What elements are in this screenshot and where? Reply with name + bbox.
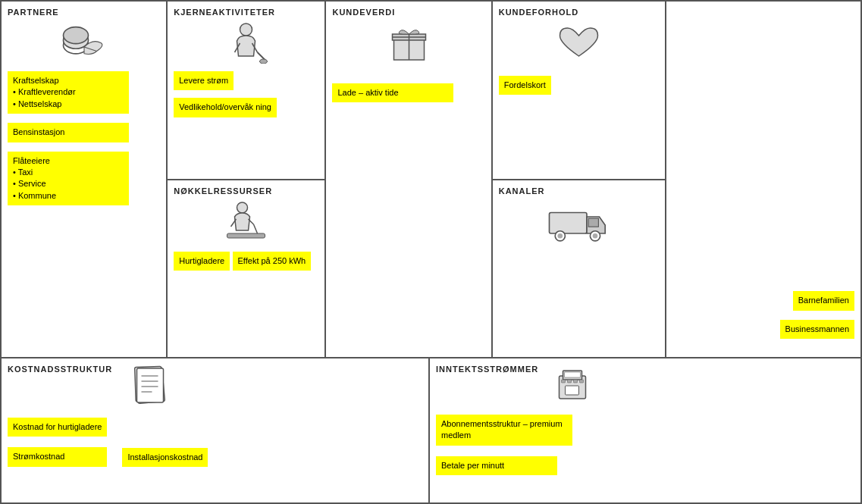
cell-kundeverdi: KUNDEVERDI Lade – aktiv tide	[326, 2, 492, 357]
inntektsstrommer-sticky-1: Abonnementsstruktur – premium medlem	[436, 415, 572, 446]
partnere-title: PARTNERE	[8, 8, 160, 17]
nokkelressurser-icon	[174, 199, 318, 244]
svg-point-20	[558, 233, 563, 239]
kjerneaktiviteter-sticky-2: Vedlikehold/overvåk ning	[174, 98, 277, 117]
kostnadsstruktur-sticky-1: Kostnad for hurtigladere	[8, 418, 107, 437]
cell-nokkelressurser: NØKKELRESSURSER Hurtigladere Effekt på 2	[168, 180, 324, 358]
kundeverdi-title: KUNDEVERDI	[332, 8, 484, 17]
svg-point-2	[63, 27, 88, 43]
kundeverdi-sticky-1: Lade – aktiv tide	[332, 83, 453, 102]
cell-kjerneaktiviteter-nokkel: KJERNEAKTIVITETER Levere strøm Vedlikeho	[168, 2, 326, 357]
top-section: PARTNERE Kraftselskap• Kraftleverendør• …	[2, 2, 860, 358]
kundeforhold-sticky-1: Fordelskort	[499, 76, 551, 95]
kundeforhold-title: KUNDEFORHOLD	[499, 8, 659, 17]
svg-rect-36	[574, 380, 578, 383]
nokkelressurser-sticky-1: Hurtigladere	[174, 252, 230, 271]
kostnadsstruktur-title: KOSTNADSSTRUKTUR	[8, 365, 112, 374]
svg-line-7	[258, 52, 265, 60]
business-model-canvas: PARTNERE Kraftselskap• Kraftleverendør• …	[0, 0, 862, 504]
kundeverdi-icon	[332, 20, 484, 65]
kostnadsstruktur-sticky-2: Strømkostnad	[8, 447, 107, 466]
kundeforhold-icon	[499, 20, 659, 65]
bottom-section: KOSTNADSSTRUKTUR	[2, 358, 860, 502]
svg-rect-38	[565, 372, 581, 377]
kanaler-icon	[499, 199, 659, 244]
svg-rect-37	[580, 380, 584, 383]
partnere-sticky-1: Kraftselskap• Kraftleverendør• Nettselsk…	[8, 71, 129, 114]
kjerneaktiviteter-icon	[174, 20, 318, 65]
partnere-icon	[8, 20, 160, 65]
svg-rect-23	[589, 218, 599, 227]
cell-kostnadsstruktur: KOSTNADSSTRUKTUR	[2, 358, 430, 502]
kjerneaktiviteter-title: KJERNEAKTIVITETER	[174, 8, 318, 17]
cell-kundesegmenter: Barnefamilien Businessmannen	[666, 2, 860, 357]
svg-rect-12	[227, 233, 265, 238]
partnere-sticky-3: Flåteeiere• Taxi• Service• Kommune	[8, 152, 129, 206]
svg-line-13	[254, 224, 258, 233]
svg-rect-35	[568, 380, 572, 383]
svg-point-22	[593, 233, 598, 239]
kjerneaktiviteter-sticky-1: Levere strøm	[174, 71, 234, 90]
cell-inntektsstrommer: INNTEKTSSTRØMMER	[430, 358, 860, 502]
cell-kundeforhold: KUNDEFORHOLD Fordelskort	[493, 2, 665, 180]
nokkelressurser-title: NØKKELRESSURSER	[174, 186, 318, 196]
cell-kjerneaktiviteter: KJERNEAKTIVITETER Levere strøm Vedlikeho	[168, 2, 324, 180]
cell-kundeforhold-kanaler: KUNDEFORHOLD Fordelskort KANALER	[493, 2, 666, 357]
inntektsstrommer-sticky-2: Betale per minutt	[436, 456, 557, 475]
svg-point-4	[240, 23, 252, 36]
cell-partnere: PARTNERE Kraftselskap• Kraftleverendør• …	[2, 2, 168, 357]
nokkelressurser-sticky-2: Effekt på 250 kWh	[233, 252, 312, 271]
kundesegmenter-sticky-2: Businessmannen	[780, 320, 854, 339]
kundesegmenter-sticky-1: Barnefamilien	[793, 291, 854, 310]
partnere-sticky-2: Bensinstasjon	[8, 123, 129, 142]
svg-rect-18	[550, 213, 588, 234]
svg-point-8	[260, 59, 268, 64]
inntektsstrommer-title: INNTEKTSSTRØMMER	[436, 365, 538, 374]
kanaler-title: KANALER	[499, 186, 659, 196]
svg-rect-33	[566, 386, 579, 395]
cell-kanaler: KANALER	[493, 180, 665, 358]
svg-rect-26	[137, 368, 164, 402]
svg-point-9	[237, 202, 248, 213]
svg-rect-34	[562, 380, 566, 383]
kostnadsstruktur-sticky-3: Installasjonskostnad	[122, 448, 208, 467]
